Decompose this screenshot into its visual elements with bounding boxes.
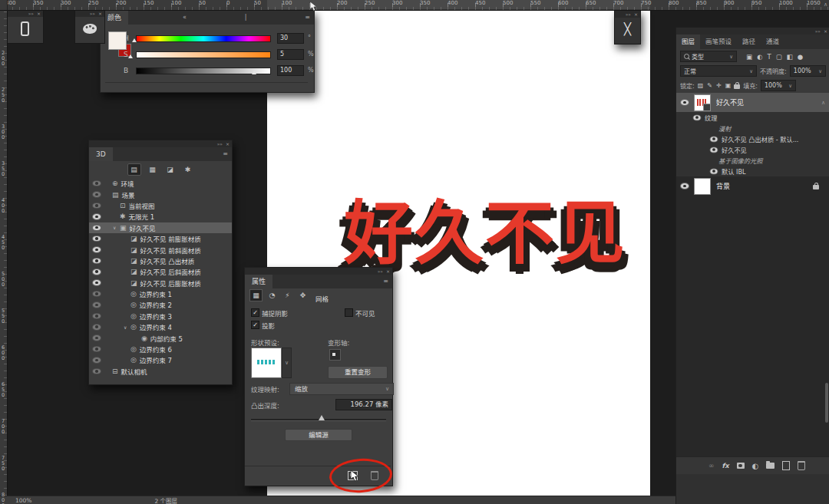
- shape-preset-dropdown[interactable]: ∨: [282, 348, 292, 378]
- collapse-icon[interactable]: »»: [378, 268, 383, 275]
- vertical-ruler[interactable]: 200250300350400450500550600650700750800: [0, 10, 8, 496]
- cast-shadows-checkbox[interactable]: ✓: [251, 321, 259, 329]
- mesh-mode-icon[interactable]: ✥: [297, 290, 309, 301]
- layer-row-selected[interactable]: 好久不见 ∧: [676, 93, 829, 112]
- shape-preset-thumbnail[interactable]: [251, 348, 282, 378]
- 3d-tool-widget[interactable]: »» × ╳: [614, 10, 641, 44]
- node-label[interactable]: 好久不见 凸出材质: [140, 256, 195, 265]
- mesh-mode-icon[interactable]: ▦: [249, 289, 263, 301]
- mesh-mode-icon[interactable]: ⚡: [282, 290, 293, 301]
- visibility-eye-icon[interactable]: [93, 292, 101, 297]
- tree-row[interactable]: ◎ 边界约束 3: [89, 311, 232, 321]
- node-label[interactable]: 当前视图: [129, 201, 155, 210]
- texture-mapping-select[interactable]: 缩放 ∨: [289, 383, 394, 395]
- node-label[interactable]: 内部约束 5: [150, 334, 183, 343]
- layer-row-background[interactable]: 背景: [676, 176, 829, 196]
- texture-label[interactable]: 好久不见 凸出材质 - 默认...: [722, 134, 798, 143]
- value-input[interactable]: 100: [277, 65, 304, 76]
- tree-row[interactable]: ◪ 好久不见 后斜面材质: [89, 266, 232, 277]
- chevron-down-icon[interactable]: ∨: [113, 225, 120, 230]
- tree-row[interactable]: ◪ 好久不见 前斜面材质: [89, 244, 232, 255]
- tree-row[interactable]: ∨ ◎ 边界约束 4: [89, 321, 232, 332]
- tree-row[interactable]: ∨ ▣ 好久不见: [89, 222, 232, 233]
- panel-menu-icon[interactable]: ≡: [301, 11, 314, 25]
- close-icon[interactable]: ×: [226, 140, 230, 147]
- collapse-icon[interactable]: »»: [90, 10, 95, 17]
- tree-row[interactable]: ◪ 好久不见 凸出材质: [89, 255, 232, 266]
- tree-row[interactable]: ⊟ 默认相机: [89, 366, 232, 377]
- visibility-eye-icon[interactable]: [93, 259, 101, 264]
- texture-label[interactable]: 好久不见: [722, 145, 747, 154]
- collapsed-panel[interactable]: »» ×: [6, 9, 44, 44]
- visibility-eye-icon[interactable]: [93, 347, 101, 352]
- tree-row[interactable]: ◪ 好久不见 前膨胀材质: [89, 233, 232, 244]
- layer-filter-icon[interactable]: ◐: [757, 53, 762, 61]
- node-label[interactable]: 边界约束 7: [140, 355, 172, 364]
- texture-row[interactable]: 基于图像的光照: [676, 155, 829, 166]
- visibility-eye-icon[interactable]: [93, 302, 101, 308]
- layer-thumbnail[interactable]: [694, 94, 711, 111]
- texture-row[interactable]: 好久不见 凸出材质 - 默认...: [676, 133, 829, 144]
- collapse-icon[interactable]: »»: [626, 11, 631, 18]
- layer-name[interactable]: 好久不见: [716, 97, 744, 107]
- slider-track[interactable]: [136, 68, 271, 74]
- panel-tab[interactable]: 通道: [761, 35, 784, 49]
- visibility-eye-icon[interactable]: [681, 183, 689, 189]
- edit-source-button[interactable]: 编辑源: [285, 429, 352, 441]
- canvas-3d-text[interactable]: 好久不见: [344, 177, 626, 277]
- node-label[interactable]: 边界约束 2: [140, 300, 172, 309]
- collapse-icon[interactable]: »»: [815, 28, 821, 35]
- deform-axis-widget[interactable]: [329, 349, 341, 361]
- node-label[interactable]: 默认相机: [121, 367, 147, 376]
- blend-mode-select[interactable]: 正常 ∨: [680, 65, 757, 77]
- lock-option-icon[interactable]: ▨: [698, 82, 704, 89]
- slider-thumb[interactable]: [319, 415, 325, 420]
- tree-row[interactable]: ▤ 场景: [89, 189, 232, 199]
- node-label[interactable]: 无限光 1: [129, 212, 155, 221]
- tree-row[interactable]: ◪ 好久不见 后膨胀材质: [89, 278, 232, 288]
- slider-thumb[interactable]: [128, 54, 133, 58]
- tab-3d[interactable]: 3D: [89, 147, 113, 161]
- 3d-filter-icon[interactable]: ▦: [147, 164, 159, 175]
- visibility-eye-icon[interactable]: [93, 236, 101, 242]
- close-icon[interactable]: ×: [824, 28, 827, 35]
- add-mask-icon[interactable]: [737, 463, 745, 469]
- collapsed-panel-icon[interactable]: [21, 21, 29, 36]
- texture-label[interactable]: 基于图像的光照: [718, 156, 762, 165]
- visibility-eye-icon[interactable]: [93, 314, 101, 319]
- filter-kind-select[interactable]: 类型 ∨: [680, 51, 737, 62]
- lock-option-icon[interactable]: ✎: [707, 82, 712, 89]
- palette-icon[interactable]: [83, 24, 97, 34]
- new-layer-icon[interactable]: [782, 461, 790, 470]
- slider-thumb[interactable]: [132, 38, 137, 42]
- tree-row[interactable]: ✱ 无限光 1: [89, 211, 232, 222]
- visibility-eye-icon[interactable]: [711, 137, 718, 141]
- texture-row[interactable]: 默认 IBL: [676, 166, 829, 176]
- catch-shadows-checkbox[interactable]: ✓: [251, 308, 259, 317]
- scroll-arrow-icon[interactable]: ∧: [824, 2, 827, 8]
- visibility-eye-icon[interactable]: [93, 280, 101, 285]
- close-icon[interactable]: ×: [98, 10, 102, 17]
- tree-row[interactable]: ◎ 边界约束 6: [89, 344, 232, 354]
- layer-filter-icon[interactable]: T: [767, 53, 771, 61]
- mesh-mode-icon[interactable]: ◔: [266, 290, 278, 301]
- visibility-eye-icon[interactable]: [93, 357, 101, 363]
- invisible-checkbox[interactable]: [345, 308, 353, 317]
- layer-filter-icon[interactable]: ▣: [746, 53, 752, 61]
- scrollbar-thumb[interactable]: [825, 383, 828, 423]
- layer-filter-icon[interactable]: ◧: [787, 53, 793, 61]
- texture-row[interactable]: 好久不见: [676, 144, 829, 155]
- visibility-eye-icon[interactable]: [93, 324, 101, 330]
- tree-row[interactable]: ◎ 边界约束 1: [89, 288, 232, 299]
- slider-track[interactable]: [136, 51, 271, 58]
- layer-filter-icon[interactable]: ▢: [776, 53, 782, 61]
- extrusion-depth-value[interactable]: 196.27 像素: [335, 399, 392, 410]
- visibility-eye-icon[interactable]: [694, 115, 701, 120]
- scroll-up-icon[interactable]: ∧: [821, 100, 825, 106]
- panel-menu-icon[interactable]: ≡: [219, 147, 232, 161]
- 3d-filter-icon[interactable]: ▤: [127, 163, 141, 176]
- visibility-eye-icon[interactable]: [93, 181, 101, 186]
- lock-option-icon[interactable]: ✛: [716, 82, 722, 89]
- node-label[interactable]: 边界约束 6: [140, 344, 172, 354]
- close-icon[interactable]: ×: [386, 268, 390, 275]
